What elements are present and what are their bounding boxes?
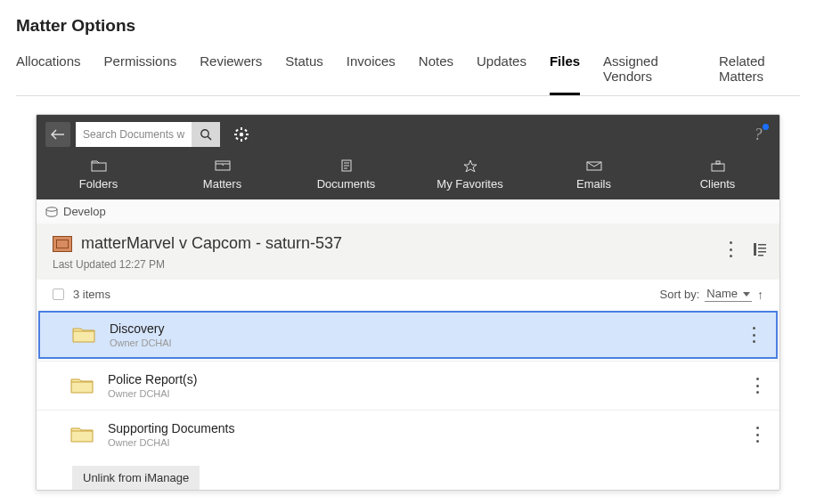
item-owner: Owner DCHAI	[108, 437, 234, 448]
help-button[interactable]: ?	[746, 122, 771, 147]
search-icon	[200, 128, 212, 141]
folder-icon	[70, 377, 94, 394]
item-name: Discovery	[110, 321, 172, 336]
tab-bar: AllocationsPermissionsReviewersStatusInv…	[16, 53, 800, 96]
svg-rect-3	[241, 127, 242, 130]
matter-last-updated: Last Updated 12:27 PM	[53, 258, 763, 271]
svg-point-22	[46, 207, 57, 210]
item-owner: Owner DCHAI	[108, 388, 197, 399]
breadcrumb[interactable]: Develop	[37, 199, 779, 224]
tab-assigned-vendors[interactable]: Assigned Vendors	[603, 53, 696, 95]
matters-icon	[215, 159, 231, 172]
category-label: My Favorites	[437, 177, 502, 191]
page-title: Matter Options	[16, 16, 800, 36]
database-icon	[45, 207, 58, 217]
item-more-button[interactable]	[747, 327, 760, 343]
svg-point-2	[240, 133, 243, 136]
list-item[interactable]: DiscoveryOwner DCHAI	[38, 311, 778, 359]
folder-icon	[72, 326, 95, 344]
category-my-favorites[interactable]: My Favorites	[408, 154, 532, 199]
notification-dot-icon	[763, 124, 769, 130]
svg-rect-12	[216, 161, 230, 170]
tab-notes[interactable]: Notes	[419, 53, 453, 95]
list-bar: 3 items Sort by: Name ↑	[37, 280, 779, 309]
category-documents[interactable]: Documents	[284, 154, 408, 199]
svg-rect-21	[716, 161, 720, 164]
category-label: Clients	[700, 177, 736, 191]
clients-icon	[710, 159, 726, 172]
item-count: 3 items	[73, 288, 110, 301]
category-label: Documents	[317, 177, 376, 191]
back-button[interactable]	[45, 122, 70, 147]
tab-permissions[interactable]: Permissions	[104, 53, 177, 95]
svg-point-0	[201, 130, 208, 137]
tab-status[interactable]: Status	[285, 53, 323, 95]
svg-rect-20	[712, 164, 724, 171]
matter-title: matterMarvel v Capcom - saturn-537	[81, 234, 342, 253]
search-button[interactable]	[192, 122, 220, 147]
svg-rect-25	[758, 248, 766, 249]
folder-icon	[70, 426, 94, 443]
matter-icon	[53, 236, 72, 252]
search-input[interactable]	[76, 122, 192, 147]
svg-rect-24	[758, 244, 766, 246]
documents-icon	[339, 159, 355, 172]
tab-updates[interactable]: Updates	[477, 53, 526, 95]
category-folders[interactable]: Folders	[37, 154, 160, 199]
category-clients[interactable]: Clients	[656, 154, 779, 199]
svg-rect-6	[246, 134, 249, 135]
tab-reviewers[interactable]: Reviewers	[200, 53, 262, 95]
item-more-button[interactable]	[751, 427, 763, 443]
item-name: Police Report(s)	[108, 372, 197, 386]
svg-rect-26	[758, 251, 766, 253]
matter-header: matterMarvel v Capcom - saturn-537 Last …	[37, 224, 779, 280]
svg-rect-27	[758, 255, 763, 256]
category-label: Matters	[203, 177, 241, 191]
svg-rect-11	[92, 163, 106, 171]
sort-select[interactable]: Name	[705, 287, 752, 302]
category-matters[interactable]: Matters	[160, 154, 284, 199]
svg-rect-10	[235, 137, 239, 141]
svg-rect-9	[244, 129, 248, 133]
item-owner: Owner DCHAI	[110, 337, 172, 348]
tab-related-matters[interactable]: Related Matters	[719, 53, 800, 95]
item-name: Supporting Documents	[108, 421, 234, 435]
svg-rect-8	[244, 137, 248, 141]
gear-icon	[234, 127, 249, 142]
category-label: Emails	[576, 177, 611, 191]
svg-rect-23	[754, 243, 756, 256]
settings-button[interactable]	[229, 122, 254, 147]
svg-rect-5	[234, 134, 237, 135]
sort-label: Sort by:	[660, 288, 700, 301]
files-panel: ? FoldersMattersDocumentsMy FavoritesEma…	[36, 114, 780, 491]
emails-icon	[586, 159, 602, 172]
svg-rect-7	[235, 129, 239, 133]
tab-invoices[interactable]: Invoices	[347, 53, 396, 95]
breadcrumb-label: Develop	[63, 205, 106, 218]
folders-icon	[91, 159, 107, 172]
more-actions-button[interactable]	[724, 241, 737, 257]
unlink-button[interactable]: Unlink from iManage	[72, 466, 200, 490]
tab-allocations[interactable]: Allocations	[16, 53, 81, 95]
list-item[interactable]: Supporting DocumentsOwner DCHAI	[37, 410, 779, 459]
category-label: Folders	[79, 177, 118, 191]
sort-direction-button[interactable]: ↑	[757, 288, 763, 302]
item-more-button[interactable]	[751, 378, 763, 394]
svg-rect-4	[241, 139, 242, 142]
my-favorites-icon	[462, 159, 478, 172]
list-item[interactable]: Police Report(s)Owner DCHAI	[37, 361, 779, 410]
toolbar: ? FoldersMattersDocumentsMy FavoritesEma…	[37, 115, 779, 199]
select-all-checkbox[interactable]	[53, 289, 64, 300]
help-icon: ?	[755, 126, 763, 144]
category-emails[interactable]: Emails	[532, 154, 656, 199]
svg-line-1	[208, 136, 211, 140]
tab-files[interactable]: Files	[550, 53, 580, 95]
detail-view-button[interactable]	[753, 242, 767, 256]
